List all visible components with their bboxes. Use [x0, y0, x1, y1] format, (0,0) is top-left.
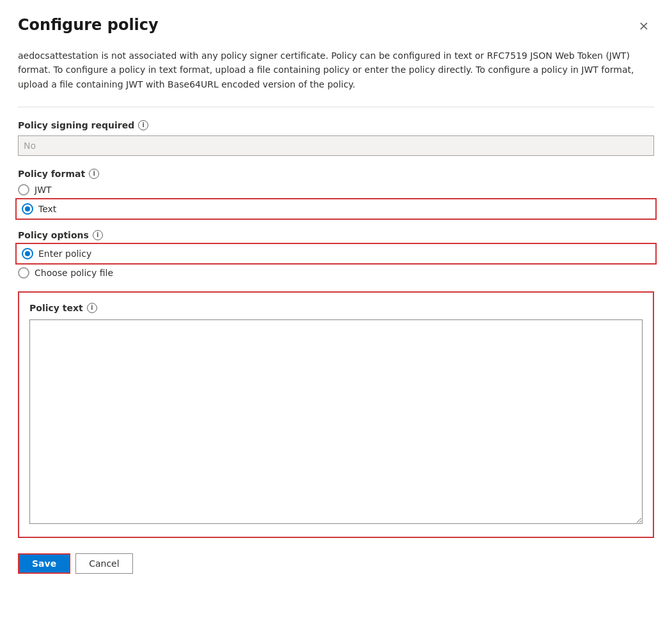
policy-text-info-icon[interactable]: i: [87, 303, 97, 313]
dialog-title: Configure policy: [18, 15, 159, 35]
policy-format-group: Policy format i JWT Text: [18, 169, 654, 217]
policy-format-radio-group: JWT Text: [18, 184, 654, 217]
policy-text-section: Policy text i: [18, 291, 654, 538]
description-text: aedocsattestation is not associated with…: [18, 49, 654, 91]
policy-options-group: Policy options i Enter policy Choose pol…: [18, 230, 654, 279]
policy-format-text-radio[interactable]: [22, 203, 33, 215]
policy-options-radio-group: Enter policy Choose policy file: [18, 245, 654, 279]
cancel-button[interactable]: Cancel: [75, 553, 132, 574]
section-divider: [18, 107, 654, 107]
configure-policy-dialog: Configure policy × aedocsattestation is …: [0, 0, 672, 630]
policy-options-label: Policy options i: [18, 230, 654, 240]
policy-signing-label: Policy signing required i: [18, 120, 654, 130]
policy-options-enter-option[interactable]: Enter policy: [18, 245, 654, 262]
policy-text-textarea[interactable]: [29, 319, 643, 524]
policy-format-info-icon[interactable]: i: [89, 169, 99, 179]
policy-format-text-label: Text: [38, 204, 56, 214]
policy-options-info-icon[interactable]: i: [93, 230, 103, 240]
policy-options-enter-radio[interactable]: [22, 248, 33, 259]
policy-signing-group: Policy signing required i No: [18, 120, 654, 156]
policy-options-enter-label: Enter policy: [38, 249, 91, 259]
policy-text-label: Policy text i: [29, 303, 643, 313]
policy-format-text-radio-dot: [25, 206, 30, 211]
dialog-header: Configure policy ×: [18, 15, 654, 36]
policy-format-jwt-radio[interactable]: [18, 184, 29, 196]
policy-signing-value: No: [24, 141, 36, 151]
policy-options-enter-radio-dot: [25, 251, 30, 256]
policy-format-jwt-label: JWT: [35, 185, 52, 195]
policy-options-file-option[interactable]: Choose policy file: [18, 267, 654, 279]
policy-signing-info-icon[interactable]: i: [138, 120, 148, 130]
policy-format-jwt-option[interactable]: JWT: [18, 184, 654, 196]
policy-options-file-label: Choose policy file: [35, 268, 113, 278]
policy-options-file-radio[interactable]: [18, 267, 29, 279]
policy-signing-dropdown[interactable]: No: [18, 135, 654, 156]
close-button[interactable]: ×: [634, 15, 654, 36]
policy-format-text-option[interactable]: Text: [18, 201, 654, 217]
save-button[interactable]: Save: [18, 553, 70, 574]
button-row: Save Cancel: [18, 553, 654, 574]
policy-format-label: Policy format i: [18, 169, 654, 179]
